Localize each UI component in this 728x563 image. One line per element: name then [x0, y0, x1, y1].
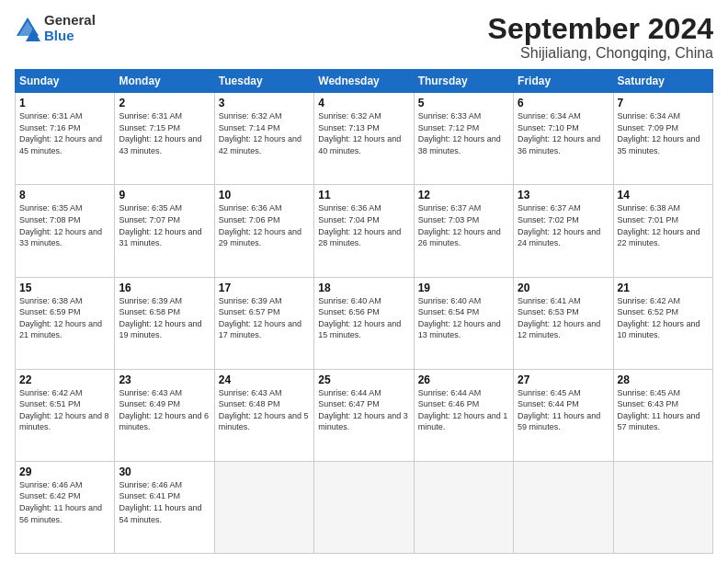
day-number: 18	[318, 282, 409, 294]
location-title: Shijialiang, Chongqing, China	[488, 45, 713, 62]
day-info: Sunrise: 6:31 AMSunset: 7:15 PMDaylight:…	[119, 110, 210, 156]
day-number: 1	[19, 97, 110, 109]
day-info: Sunrise: 6:44 AMSunset: 6:47 PMDaylight:…	[318, 387, 409, 433]
day-info: Sunrise: 6:36 AMSunset: 7:04 PMDaylight:…	[318, 202, 409, 248]
calendar-cell: 29Sunrise: 6:46 AMSunset: 6:42 PMDayligh…	[16, 461, 115, 553]
day-info: Sunrise: 6:44 AMSunset: 6:46 PMDaylight:…	[418, 387, 509, 433]
day-number: 22	[19, 373, 110, 386]
day-number: 21	[618, 282, 709, 294]
calendar-cell: 4Sunrise: 6:32 AMSunset: 7:13 PMDaylight…	[314, 93, 414, 185]
day-number: 10	[219, 189, 310, 201]
calendar-cell	[613, 461, 712, 553]
calendar-cell: 15Sunrise: 6:38 AMSunset: 6:59 PMDayligh…	[16, 277, 115, 369]
day-number: 16	[119, 282, 210, 294]
calendar-cell: 1Sunrise: 6:31 AMSunset: 7:16 PMDaylight…	[16, 93, 115, 185]
day-info: Sunrise: 6:36 AMSunset: 7:06 PMDaylight:…	[219, 202, 310, 248]
col-tuesday: Tuesday	[214, 70, 313, 93]
day-info: Sunrise: 6:45 AMSunset: 6:44 PMDaylight:…	[518, 387, 609, 433]
day-info: Sunrise: 6:40 AMSunset: 6:56 PMDaylight:…	[318, 295, 409, 341]
day-number: 13	[518, 189, 609, 201]
week-row-4: 22Sunrise: 6:42 AMSunset: 6:51 PMDayligh…	[16, 369, 713, 461]
calendar-cell	[214, 461, 313, 553]
calendar-cell: 20Sunrise: 6:41 AMSunset: 6:53 PMDayligh…	[514, 277, 613, 369]
calendar-cell: 3Sunrise: 6:32 AMSunset: 7:14 PMDaylight…	[214, 93, 313, 185]
day-number: 4	[318, 97, 409, 109]
month-title: September 2024	[488, 13, 713, 45]
day-info: Sunrise: 6:46 AMSunset: 6:42 PMDaylight:…	[19, 479, 110, 525]
day-number: 9	[119, 189, 210, 201]
day-info: Sunrise: 6:35 AMSunset: 7:07 PMDaylight:…	[119, 202, 210, 248]
logo: General Blue	[15, 13, 96, 43]
calendar-cell: 22Sunrise: 6:42 AMSunset: 6:51 PMDayligh…	[16, 369, 115, 461]
col-thursday: Thursday	[414, 70, 513, 93]
calendar-cell: 16Sunrise: 6:39 AMSunset: 6:58 PMDayligh…	[115, 277, 214, 369]
header: General Blue September 2024 Shijialiang,…	[15, 13, 713, 62]
day-number: 27	[518, 373, 609, 386]
day-number: 17	[219, 282, 310, 294]
day-info: Sunrise: 6:37 AMSunset: 7:03 PMDaylight:…	[418, 202, 509, 248]
day-info: Sunrise: 6:43 AMSunset: 6:49 PMDaylight:…	[119, 387, 210, 433]
day-info: Sunrise: 6:42 AMSunset: 6:51 PMDaylight:…	[19, 387, 110, 433]
day-number: 3	[219, 97, 310, 109]
day-number: 11	[318, 189, 409, 201]
calendar-cell: 19Sunrise: 6:40 AMSunset: 6:54 PMDayligh…	[414, 277, 513, 369]
day-info: Sunrise: 6:42 AMSunset: 6:52 PMDaylight:…	[618, 295, 709, 341]
day-info: Sunrise: 6:32 AMSunset: 7:13 PMDaylight:…	[318, 110, 409, 156]
day-info: Sunrise: 6:41 AMSunset: 6:53 PMDaylight:…	[518, 295, 609, 341]
day-number: 23	[119, 373, 210, 386]
day-number: 5	[418, 97, 509, 109]
day-info: Sunrise: 6:46 AMSunset: 6:41 PMDaylight:…	[119, 479, 210, 525]
col-saturday: Saturday	[613, 70, 712, 93]
col-wednesday: Wednesday	[314, 70, 414, 93]
day-number: 28	[618, 373, 709, 386]
week-row-5: 29Sunrise: 6:46 AMSunset: 6:42 PMDayligh…	[16, 461, 713, 553]
calendar-cell	[314, 461, 414, 553]
day-info: Sunrise: 6:39 AMSunset: 6:58 PMDaylight:…	[119, 295, 210, 341]
day-number: 8	[19, 189, 110, 201]
day-number: 24	[219, 373, 310, 386]
day-info: Sunrise: 6:31 AMSunset: 7:16 PMDaylight:…	[19, 110, 110, 156]
calendar-cell: 10Sunrise: 6:36 AMSunset: 7:06 PMDayligh…	[214, 185, 313, 277]
week-row-2: 8Sunrise: 6:35 AMSunset: 7:08 PMDaylight…	[16, 185, 713, 277]
day-number: 26	[418, 373, 509, 386]
calendar-cell: 2Sunrise: 6:31 AMSunset: 7:15 PMDaylight…	[115, 93, 214, 185]
calendar-cell: 13Sunrise: 6:37 AMSunset: 7:02 PMDayligh…	[514, 185, 613, 277]
week-row-1: 1Sunrise: 6:31 AMSunset: 7:16 PMDaylight…	[16, 93, 713, 185]
calendar-cell: 21Sunrise: 6:42 AMSunset: 6:52 PMDayligh…	[613, 277, 712, 369]
calendar-cell: 9Sunrise: 6:35 AMSunset: 7:07 PMDaylight…	[115, 185, 214, 277]
calendar-cell: 26Sunrise: 6:44 AMSunset: 6:46 PMDayligh…	[414, 369, 513, 461]
calendar-cell: 12Sunrise: 6:37 AMSunset: 7:03 PMDayligh…	[414, 185, 513, 277]
calendar-cell: 11Sunrise: 6:36 AMSunset: 7:04 PMDayligh…	[314, 185, 414, 277]
day-info: Sunrise: 6:33 AMSunset: 7:12 PMDaylight:…	[418, 110, 509, 156]
col-monday: Monday	[115, 70, 214, 93]
day-number: 14	[618, 189, 709, 201]
day-info: Sunrise: 6:38 AMSunset: 7:01 PMDaylight:…	[618, 202, 709, 248]
calendar-cell: 24Sunrise: 6:43 AMSunset: 6:48 PMDayligh…	[214, 369, 313, 461]
day-number: 19	[418, 282, 509, 294]
page: General Blue September 2024 Shijialiang,…	[0, 0, 728, 563]
col-sunday: Sunday	[16, 70, 115, 93]
calendar: Sunday Monday Tuesday Wednesday Thursday…	[15, 69, 713, 554]
calendar-cell: 23Sunrise: 6:43 AMSunset: 6:49 PMDayligh…	[115, 369, 214, 461]
day-number: 2	[119, 97, 210, 109]
calendar-cell	[514, 461, 613, 553]
day-number: 12	[418, 189, 509, 201]
calendar-cell: 30Sunrise: 6:46 AMSunset: 6:41 PMDayligh…	[115, 461, 214, 553]
logo-text: General Blue	[44, 13, 96, 43]
header-row: Sunday Monday Tuesday Wednesday Thursday…	[16, 70, 713, 93]
day-number: 29	[19, 465, 110, 478]
day-info: Sunrise: 6:40 AMSunset: 6:54 PMDaylight:…	[418, 295, 509, 341]
day-number: 30	[119, 465, 210, 478]
calendar-cell: 6Sunrise: 6:34 AMSunset: 7:10 PMDaylight…	[514, 93, 613, 185]
day-info: Sunrise: 6:37 AMSunset: 7:02 PMDaylight:…	[518, 202, 609, 248]
day-info: Sunrise: 6:38 AMSunset: 6:59 PMDaylight:…	[19, 295, 110, 341]
title-block: September 2024 Shijialiang, Chongqing, C…	[488, 13, 713, 62]
day-info: Sunrise: 6:39 AMSunset: 6:57 PMDaylight:…	[219, 295, 310, 341]
col-friday: Friday	[514, 70, 613, 93]
logo-general: General	[44, 13, 96, 29]
day-info: Sunrise: 6:43 AMSunset: 6:48 PMDaylight:…	[219, 387, 310, 433]
calendar-cell: 17Sunrise: 6:39 AMSunset: 6:57 PMDayligh…	[214, 277, 313, 369]
day-info: Sunrise: 6:45 AMSunset: 6:43 PMDaylight:…	[618, 387, 709, 433]
day-info: Sunrise: 6:34 AMSunset: 7:10 PMDaylight:…	[518, 110, 609, 156]
calendar-cell: 8Sunrise: 6:35 AMSunset: 7:08 PMDaylight…	[16, 185, 115, 277]
